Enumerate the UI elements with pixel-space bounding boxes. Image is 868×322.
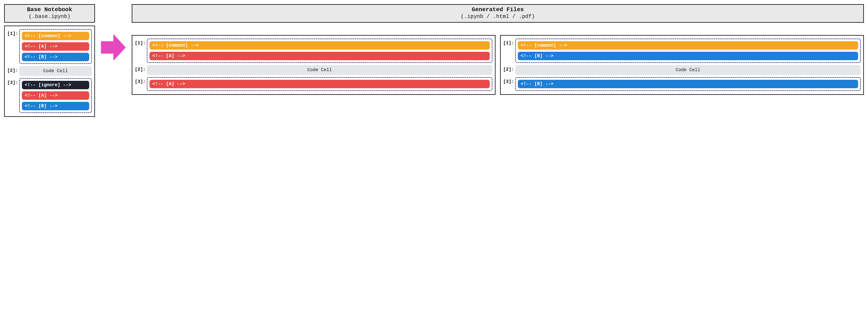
base-cell-3: [3]: <!-- [ignore] --> <!-- [A] --> <!--…	[7, 78, 92, 113]
markdown-group: <!-- [ignore] --> <!-- [A] --> <!-- [B] …	[19, 78, 92, 113]
generated-title: Generated Files	[135, 6, 861, 13]
generated-files-column: Generated Files (.ipynb / .html / .pdf) …	[132, 4, 864, 95]
cell-index: [1]:	[135, 39, 145, 46]
cell-index: [2]:	[7, 66, 18, 73]
base-cell-2: [2]: Code Cell	[7, 66, 92, 76]
base-panel: [1]: <!-- [common] --> <!-- [A] --> <!--…	[4, 26, 95, 117]
arrow-right-icon	[101, 33, 126, 62]
cell-index: [2]:	[503, 65, 514, 72]
base-title: Base Notebook	[7, 6, 92, 13]
tag-a: <!-- [A] -->	[22, 91, 89, 100]
tag-b: <!-- [B] -->	[22, 102, 89, 110]
tag-a: <!-- [A] -->	[150, 52, 490, 60]
tag-common: <!-- [common] -->	[150, 41, 490, 50]
markdown-group: <!-- [common] --> <!-- [B] -->	[515, 39, 861, 63]
tag-a: <!-- [A] -->	[22, 42, 89, 51]
cell-index: [3]:	[7, 78, 18, 85]
cell-index: [3]:	[135, 77, 145, 84]
generated-panel-a: [1]: <!-- [common] --> <!-- [A] --> [2]:…	[132, 35, 496, 95]
tag-ignore: <!-- [ignore] -->	[22, 81, 89, 89]
tag-b: <!-- [B] -->	[22, 53, 89, 61]
tag-common: <!-- [common] -->	[22, 32, 89, 40]
tag-b: <!-- [B] -->	[518, 52, 858, 60]
base-subtitle: (.base.ipynb)	[7, 13, 92, 20]
gen-b-cell-3: [3]: <!-- [B] -->	[503, 77, 861, 91]
markdown-group: <!-- [common] --> <!-- [A] -->	[147, 39, 492, 63]
gen-a-cell-3: [3]: <!-- [A] -->	[135, 77, 492, 91]
gen-b-cell-2: [2]: Code Cell	[503, 65, 861, 75]
base-header: Base Notebook (.base.ipynb)	[4, 4, 95, 23]
markdown-group: <!-- [B] -->	[515, 77, 861, 91]
svg-marker-0	[101, 34, 126, 61]
base-notebook-column: Base Notebook (.base.ipynb) [1]: <!-- [c…	[4, 4, 95, 117]
cell-index: [3]:	[503, 77, 514, 84]
markdown-group: <!-- [common] --> <!-- [A] --> <!-- [B] …	[19, 29, 92, 64]
arrow-container	[100, 4, 127, 62]
spacer	[132, 26, 864, 35]
cell-index: [1]:	[7, 29, 18, 36]
gen-b-cell-1: [1]: <!-- [common] --> <!-- [B] -->	[503, 39, 861, 63]
tag-a: <!-- [A] -->	[150, 80, 490, 88]
code-cell: Code Cell	[515, 65, 861, 75]
code-cell: Code Cell	[19, 66, 92, 76]
generated-header: Generated Files (.ipynb / .html / .pdf)	[132, 4, 864, 23]
tag-common: <!-- [common] -->	[518, 41, 858, 50]
markdown-group: <!-- [A] -->	[147, 77, 492, 91]
gen-a-cell-1: [1]: <!-- [common] --> <!-- [A] -->	[135, 39, 492, 63]
generated-panels-row: [1]: <!-- [common] --> <!-- [A] --> [2]:…	[132, 35, 864, 95]
cell-index: [2]:	[135, 65, 145, 72]
base-cell-1: [1]: <!-- [common] --> <!-- [A] --> <!--…	[7, 29, 92, 64]
tag-b: <!-- [B] -->	[518, 80, 858, 88]
generated-panel-b: [1]: <!-- [common] --> <!-- [B] --> [2]:…	[500, 35, 864, 95]
generated-subtitle: (.ipynb / .html / .pdf)	[135, 13, 861, 20]
cell-index: [1]:	[503, 39, 514, 46]
gen-a-cell-2: [2]: Code Cell	[135, 65, 492, 75]
code-cell: Code Cell	[147, 65, 492, 75]
